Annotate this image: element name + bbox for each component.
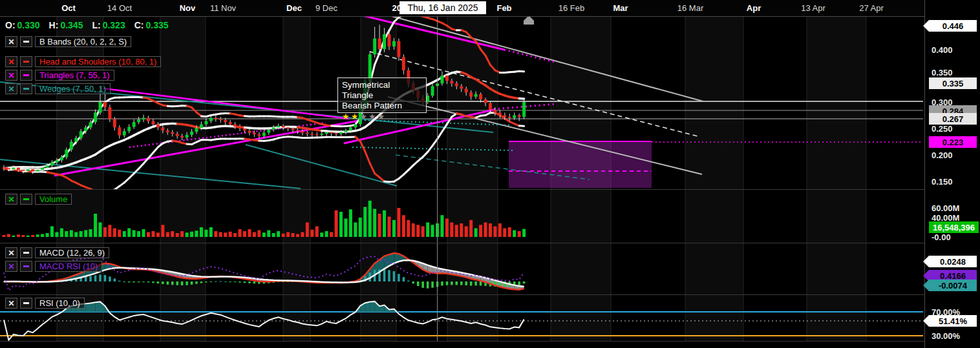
- remove-icon[interactable]: ✕: [5, 70, 17, 81]
- price-tick: 0.150: [932, 177, 953, 187]
- star-empty-icon: ★: [378, 112, 387, 121]
- time-axis-label: Nov: [180, 3, 196, 13]
- volume-tick: 60.00M: [932, 203, 959, 213]
- time-axis-label: 16 Feb: [559, 3, 584, 13]
- minimize-icon[interactable]: [20, 261, 32, 272]
- high-value: 0.345: [60, 20, 83, 30]
- time-axis-label: 9 Dec: [315, 3, 337, 13]
- chart-canvas[interactable]: [0, 0, 924, 348]
- crosshair-date-tooltip: Thu, 16 Jan 2025: [399, 1, 486, 14]
- legend-row-wedges: ✕ Wedges (7, 50, 1): [5, 83, 111, 94]
- remove-icon[interactable]: ✕: [5, 261, 17, 272]
- minimize-icon[interactable]: [20, 194, 32, 205]
- rsi-tick: 30.00%: [932, 331, 960, 341]
- price-axis[interactable]: 0.4000.3500.3000.2500.2000.1500.4460.335…: [924, 0, 980, 348]
- price-tick: 0.400: [932, 45, 953, 55]
- low-label: L:: [92, 20, 100, 30]
- time-axis-label: Oct: [61, 3, 76, 13]
- remove-icon[interactable]: ✕: [5, 36, 17, 47]
- pattern-marker-icon[interactable]: [524, 15, 534, 25]
- chart-svg[interactable]: [0, 0, 924, 348]
- star-rating: ★★★★★: [342, 112, 422, 122]
- time-axis-label: Feb: [496, 3, 511, 13]
- price-tick: 0.350: [932, 68, 953, 77]
- minimize-icon[interactable]: [20, 83, 32, 94]
- low-value: 0.323: [103, 20, 125, 30]
- indicator-label-rsi[interactable]: RSI (10, 0): [35, 298, 85, 309]
- time-axis-label: Mar: [613, 3, 628, 13]
- time-axis-label: 13 Apr: [801, 3, 826, 13]
- volume-value-chip: 16,548,396: [929, 221, 979, 233]
- close-value: 0.335: [145, 20, 168, 30]
- remove-icon[interactable]: ✕: [5, 298, 17, 309]
- star-empty-icon: ★: [368, 112, 378, 121]
- macd-value-chip: 0.0248: [929, 256, 977, 267]
- time-axis-label: 11 Nov: [210, 3, 236, 13]
- minimize-icon[interactable]: [20, 70, 32, 81]
- time-axis-label: 14 Oct: [107, 3, 132, 13]
- pattern-tooltip-line2: Bearish Pattern: [342, 101, 422, 111]
- remove-icon[interactable]: ✕: [5, 56, 17, 67]
- close-label: C:: [134, 20, 144, 30]
- ohlc-legend: O:0.330 H:0.345 L:0.323 C:0.335: [5, 20, 169, 30]
- legend-row-macd: ✕ MACD (12, 26, 9): [5, 247, 109, 258]
- price-level-chip: 0.335: [929, 77, 977, 89]
- time-axis-label: Dec: [286, 3, 302, 13]
- indicator-label-volume[interactable]: Volume: [35, 194, 72, 205]
- charting-app: Oct14 OctNov11 NovDec9 Dec2025JanFeb16 F…: [0, 0, 980, 348]
- minimize-icon[interactable]: [20, 56, 32, 67]
- legend-row-macd-rsi: ✕ MACD RSI (10): [5, 261, 102, 272]
- time-axis-label: 27 Apr: [859, 3, 884, 13]
- time-axis[interactable]: Oct14 OctNov11 NovDec9 Dec2025JanFeb16 F…: [0, 0, 924, 17]
- pattern-tooltip: Symmetrical Triangle Bearish Pattern ★★★…: [337, 77, 427, 113]
- price-tick: 0.200: [932, 150, 953, 160]
- pane-divider[interactable]: [0, 189, 980, 190]
- legend-row-triangles: ✕ Triangles (7, 55, 1): [5, 70, 114, 81]
- arrow-left-icon: [923, 256, 929, 267]
- minimize-icon[interactable]: [20, 247, 32, 258]
- macd-value-chip: -0.0074: [929, 280, 977, 291]
- star-filled-icon: ★: [342, 112, 351, 121]
- star-filled-icon: ★: [351, 112, 360, 121]
- arrow-left-icon: [923, 280, 929, 291]
- legend-row-volume: ✕ Volume: [5, 194, 72, 205]
- arrow-left-icon: [923, 20, 929, 32]
- pane-divider[interactable]: [0, 341, 980, 342]
- arrow-left-icon: [923, 315, 929, 327]
- price-level-chip: 0.267: [929, 113, 977, 125]
- indicator-label-bbands[interactable]: B Bands (20, 0, 2, 2, S): [35, 36, 131, 47]
- pattern-tooltip-line1: Symmetrical Triangle: [342, 80, 422, 101]
- remove-icon[interactable]: ✕: [5, 247, 17, 258]
- indicator-label-macd[interactable]: MACD (12, 26, 9): [35, 247, 109, 258]
- time-axis-label: 16 Mar: [677, 3, 703, 13]
- open-label: O:: [5, 20, 16, 30]
- high-label: H:: [49, 20, 59, 30]
- price-level-chip: 0.223: [929, 136, 977, 148]
- star-empty-icon: ★: [359, 112, 368, 121]
- legend-row-head-shoulders: ✕ Head and Shoulders (10, 80, 1): [5, 56, 161, 67]
- indicator-label-macd-rsi[interactable]: MACD RSI (10): [35, 261, 102, 272]
- indicator-label-wedges[interactable]: Wedges (7, 50, 1): [35, 83, 111, 94]
- rsi-value-chip: 51.41%: [929, 315, 977, 327]
- pane-divider[interactable]: [0, 243, 980, 243]
- pane-divider[interactable]: [0, 294, 980, 295]
- remove-icon[interactable]: ✕: [5, 194, 17, 205]
- minimize-icon[interactable]: [20, 298, 32, 309]
- indicator-label-head-shoulders[interactable]: Head and Shoulders (10, 80, 1): [35, 56, 161, 67]
- remove-icon[interactable]: ✕: [5, 83, 17, 94]
- legend-row-bbands: ✕ B Bands (20, 0, 2, 2, S): [5, 36, 131, 47]
- price-level-chip: 0.446: [929, 20, 977, 32]
- indicator-label-triangles[interactable]: Triangles (7, 55, 1): [35, 70, 114, 81]
- volume-tick: -0.00: [932, 232, 951, 242]
- time-axis-label: Apr: [747, 3, 761, 13]
- open-value: 0.330: [17, 20, 40, 30]
- legend-row-rsi: ✕ RSI (10, 0): [5, 298, 85, 309]
- minimize-icon[interactable]: [20, 36, 32, 47]
- price-tick: 0.250: [932, 124, 953, 134]
